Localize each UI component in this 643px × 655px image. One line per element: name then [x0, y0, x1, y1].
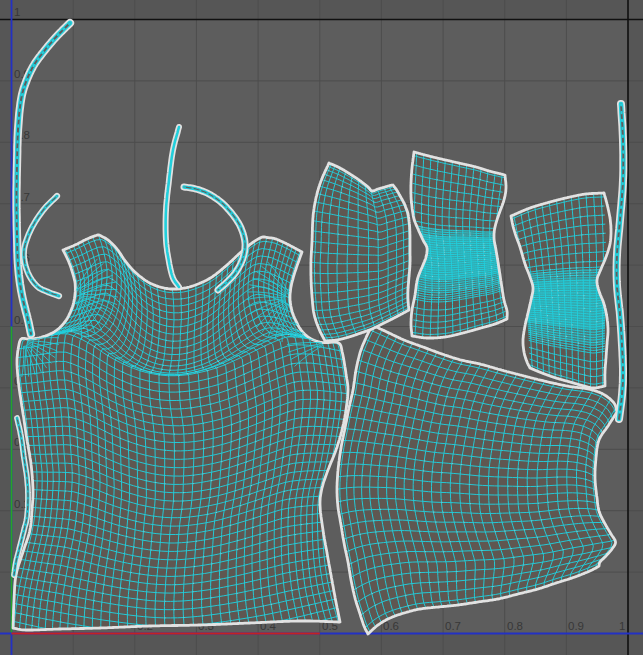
- svg-text:0.7: 0.7: [445, 620, 461, 632]
- svg-text:0.9: 0.9: [568, 620, 584, 632]
- svg-text:0.8: 0.8: [507, 620, 523, 632]
- svg-text:1: 1: [14, 6, 20, 18]
- svg-text:1: 1: [619, 620, 625, 632]
